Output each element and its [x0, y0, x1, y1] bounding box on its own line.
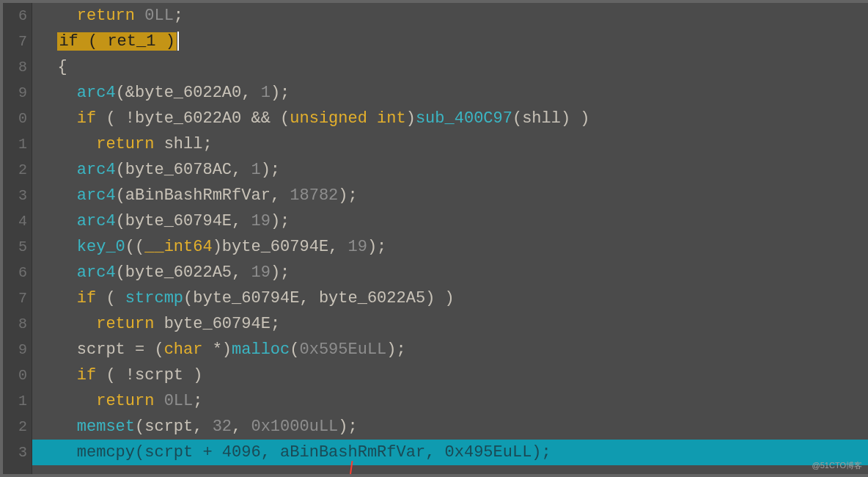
code-line[interactable]: if ( !byte_6022A0 && (unsigned int)sub_4…	[32, 106, 868, 131]
identifier: scrpt	[135, 366, 183, 385]
function-call: malloc	[232, 341, 290, 359]
code-line[interactable]: key_0((__int64)byte_60794E, 19);	[32, 234, 868, 260]
code-line[interactable]: return byte_60794E;	[32, 311, 868, 337]
numeric-literal: 0x595EuLL	[299, 341, 386, 359]
type-cast: unsigned int	[290, 109, 405, 128]
line-number: 9	[3, 337, 32, 363]
code-line[interactable]: scrpt = (char *)malloc(0x595EuLL);	[32, 337, 868, 363]
keyword-if: if	[77, 289, 96, 307]
function-call: memcpy	[77, 443, 135, 462]
function-call: arc4	[77, 263, 116, 282]
code-line[interactable]: if ( strcmp(byte_60794E, byte_6022A5) )	[32, 285, 868, 311]
code-line[interactable]: return shll;	[32, 131, 868, 157]
code-line[interactable]: return 0LL;	[32, 3, 868, 29]
keyword-if: if	[77, 366, 96, 385]
line-number: 0	[3, 106, 32, 131]
identifier: byte_6078AC	[125, 161, 232, 179]
identifier: aBinBashRmRfVar	[280, 443, 425, 462]
keyword-if: if	[77, 109, 96, 128]
indent	[38, 58, 57, 76]
line-number: 3	[3, 183, 32, 208]
code-line[interactable]: arc4(byte_60794E, 19);	[32, 208, 868, 234]
function-call: arc4	[77, 161, 116, 179]
line-number: 4	[3, 208, 32, 234]
line-number: 7	[3, 29, 32, 54]
code-line[interactable]: {	[32, 54, 868, 80]
code-editor[interactable]: 6 7 8 9 0 1 2 3 4 5 6 7 8 9 0 1 2 3 retu…	[0, 0, 868, 477]
watermark-text: @51CTO博客	[812, 460, 862, 471]
line-number: 9	[3, 80, 32, 106]
code-line-current[interactable]: memcpy(scrpt + 4096, aBinBashRmRfVar, 0x…	[32, 440, 868, 465]
identifier: byte_6022A0	[135, 109, 241, 128]
numeric-literal: 0LL	[144, 7, 174, 25]
line-number: 8	[3, 54, 32, 80]
numeric-literal: 1	[251, 161, 260, 179]
type-cast: __int64	[144, 238, 212, 256]
identifier: byte_6022A5	[319, 289, 425, 307]
numeric-literal: 0LL	[164, 392, 194, 410]
numeric-literal: 19	[251, 263, 270, 282]
line-number: 1	[3, 131, 32, 157]
line-number: 2	[3, 157, 32, 183]
function-call: arc4	[77, 212, 116, 230]
keyword-return: return	[96, 315, 154, 333]
function-call: memset	[77, 418, 135, 436]
highlighted-if-condition: if ( ret_1 )	[57, 32, 176, 51]
line-number: 8	[3, 311, 32, 337]
code-line[interactable]: arc4(byte_6022A5, 19);	[32, 260, 868, 285]
numeric-literal: 4096	[222, 443, 261, 462]
identifier: scrpt	[144, 418, 193, 436]
brace-open: {	[57, 58, 67, 76]
line-number: 7	[3, 285, 32, 311]
keyword-return: return	[96, 135, 154, 153]
function-call: arc4	[77, 186, 116, 205]
code-line[interactable]: arc4(&byte_6022A0, 1);	[32, 80, 868, 106]
code-line[interactable]: return 0LL;	[32, 388, 868, 414]
line-number: 6	[3, 260, 32, 285]
numeric-literal: 32	[213, 418, 232, 436]
identifier: byte_6022A5	[125, 263, 232, 282]
identifier: byte_60794E	[164, 315, 271, 333]
line-number-gutter: 6 7 8 9 0 1 2 3 4 5 6 7 8 9 0 1 2 3	[3, 3, 32, 474]
line-number: 6	[3, 3, 32, 29]
text-cursor	[177, 32, 179, 51]
line-number: 1	[3, 388, 32, 414]
keyword-return: return	[77, 7, 135, 25]
code-area[interactable]: return 0LL; if ( ret_1 ) { arc4(&byte_60…	[32, 3, 868, 474]
function-call: key_0	[77, 238, 125, 256]
type-cast: char	[164, 341, 203, 359]
line-number: 2	[3, 414, 32, 440]
indent	[38, 32, 57, 51]
code-line[interactable]: memset(scrpt, 32, 0x1000uLL);	[32, 414, 868, 440]
numeric-literal: 1	[261, 84, 271, 102]
line-number: 5	[3, 234, 32, 260]
identifier: aBinBashRmRfVar	[125, 186, 271, 205]
identifier: byte_60794E	[193, 289, 299, 307]
line-number: 3	[3, 440, 32, 465]
code-line[interactable]: if ( !scrpt )	[32, 363, 868, 388]
code-line[interactable]: if ( ret_1 )	[32, 29, 868, 54]
identifier: byte_6022A0	[135, 84, 241, 102]
identifier: shll	[522, 109, 561, 128]
numeric-literal: 0x1000uLL	[251, 418, 338, 436]
numeric-literal: 0x495EuLL	[445, 443, 532, 462]
line-number: 0	[3, 363, 32, 388]
numeric-literal: 19	[348, 238, 367, 256]
identifier: scrpt	[77, 341, 125, 359]
code-line[interactable]: arc4(aBinBashRmRfVar, 18782);	[32, 183, 868, 208]
code-line[interactable]: arc4(byte_6078AC, 1);	[32, 157, 868, 183]
keyword-return: return	[96, 392, 154, 410]
numeric-literal: 19	[251, 212, 270, 230]
function-call: arc4	[77, 84, 116, 102]
identifier: shll	[164, 135, 203, 153]
function-call: strcmp	[125, 289, 183, 307]
function-call: sub_400C97	[416, 109, 512, 128]
numeric-literal: 18782	[290, 186, 338, 205]
identifier: byte_60794E	[125, 212, 232, 230]
indent	[38, 7, 77, 25]
identifier: byte_60794E	[222, 238, 328, 256]
identifier: scrpt	[144, 443, 193, 462]
